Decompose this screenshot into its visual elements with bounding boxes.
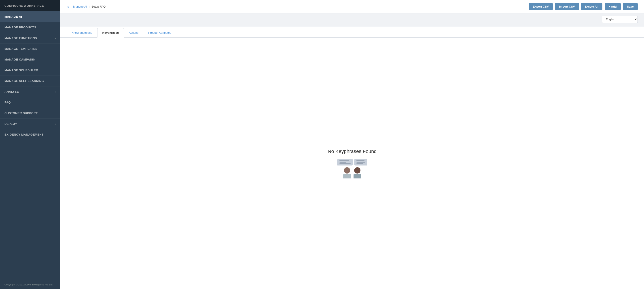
- sidebar-item-manage-campaign[interactable]: Manage Campaign: [0, 54, 60, 65]
- sidebar-item-label: Deploy: [4, 122, 17, 125]
- tab-product-attributes[interactable]: Product Attributes: [143, 28, 176, 38]
- header-bar: ⌂ | Manage AI | Setup FAQ Export CSV Imp…: [60, 0, 644, 13]
- tab-bar: Knowledgebase Keyphrases Actions Product…: [60, 26, 644, 38]
- breadcrumb: ⌂ | Manage AI | Setup FAQ: [67, 5, 106, 9]
- sidebar-top-label: Configure Workspace: [0, 0, 60, 11]
- person-body: [343, 174, 351, 178]
- main-content: ⌂ | Manage AI | Setup FAQ Export CSV Imp…: [60, 0, 644, 289]
- sidebar-item-label: Manage Self Learning: [4, 79, 44, 83]
- chat-bubble-right: [354, 159, 367, 166]
- sidebar-item-manage-self-learning[interactable]: Manage Self Learning: [0, 76, 60, 86]
- export-csv-button[interactable]: Export CSV: [529, 3, 553, 10]
- empty-state-message: No Keyphrases Found: [328, 149, 377, 154]
- sidebar-item-label: Exigency Management: [4, 133, 44, 136]
- sidebar-item-label: Manage Campaign: [4, 58, 36, 61]
- sidebar-item-manage-scheduler[interactable]: Manage Scheduler: [0, 65, 60, 76]
- bubble-line: [356, 163, 363, 164]
- sidebar-item-label: Customer Support: [4, 111, 38, 115]
- persons-illustration: [343, 167, 361, 178]
- sidebar-item-manage-templates[interactable]: Manage Templates: [0, 43, 60, 54]
- sidebar-item-label: Manage Products: [4, 26, 36, 29]
- tab-actions[interactable]: Actions: [124, 28, 143, 38]
- add-button[interactable]: + Add: [605, 3, 621, 10]
- save-button[interactable]: Save: [623, 3, 638, 10]
- breadcrumb-sep: |: [71, 5, 71, 8]
- sidebar: Configure Workspace Manage AI Manage Pro…: [0, 0, 60, 289]
- empty-state-illustration: [337, 159, 367, 178]
- sidebar-item-label: Manage Scheduler: [4, 68, 38, 72]
- sidebar-footer: Copyright © 2021 Active Intelligence Pte…: [0, 280, 60, 289]
- sidebar-item-label: Manage Functions: [4, 36, 37, 40]
- breadcrumb-manage-ai[interactable]: Manage AI: [73, 5, 87, 8]
- import-csv-button[interactable]: Import CSV: [555, 3, 579, 10]
- sidebar-item-faq[interactable]: FAQ: [0, 97, 60, 108]
- sidebar-item-label: Analyse: [4, 90, 19, 93]
- tab-knowledgebase[interactable]: Knowledgebase: [67, 28, 97, 38]
- bubble-line: [340, 163, 350, 164]
- home-icon[interactable]: ⌂: [67, 5, 69, 9]
- chat-bubbles: [337, 159, 367, 166]
- chevron-right-icon: ›: [55, 90, 56, 93]
- person-head: [354, 167, 360, 174]
- tab-keyphrases[interactable]: Keyphrases: [97, 28, 124, 38]
- person-male: [343, 167, 351, 178]
- sidebar-item-manage-products[interactable]: Manage Products: [0, 22, 60, 33]
- sidebar-item-manage-ai[interactable]: Manage AI: [0, 11, 60, 22]
- sidebar-item-manage-functions[interactable]: Manage Functions ›: [0, 33, 60, 43]
- bubble-line: [356, 162, 365, 163]
- bubble-line: [340, 162, 346, 163]
- person-body: [354, 174, 361, 178]
- header-actions: Export CSV Import CSV Delete All + Add S…: [529, 3, 638, 10]
- breadcrumb-current: Setup FAQ: [92, 5, 106, 8]
- sidebar-item-customer-support[interactable]: Customer Support: [0, 108, 60, 119]
- language-area: English Chinese Malay Tamil: [60, 13, 644, 25]
- content-area: No Keyphrases Found: [60, 38, 644, 289]
- breadcrumb-sep2: |: [89, 5, 90, 8]
- sidebar-item-deploy[interactable]: Deploy ›: [0, 119, 60, 129]
- delete-all-button[interactable]: Delete All: [581, 3, 602, 10]
- sidebar-item-analyse[interactable]: Analyse ›: [0, 86, 60, 97]
- person-head: [344, 167, 350, 174]
- language-select[interactable]: English Chinese Malay Tamil: [602, 16, 638, 23]
- chevron-right-icon: ›: [55, 37, 56, 39]
- sidebar-item-label: Manage AI: [4, 15, 22, 18]
- chat-bubble-left: [337, 159, 353, 166]
- sidebar-item-exigency-management[interactable]: Exigency Management: [0, 129, 60, 140]
- chevron-right-icon: ›: [55, 123, 56, 125]
- person-female: [354, 167, 361, 178]
- bubble-line: [340, 160, 349, 161]
- sidebar-item-label: FAQ: [4, 101, 11, 104]
- bubble-line: [356, 160, 364, 161]
- sidebar-item-label: Manage Templates: [4, 47, 37, 50]
